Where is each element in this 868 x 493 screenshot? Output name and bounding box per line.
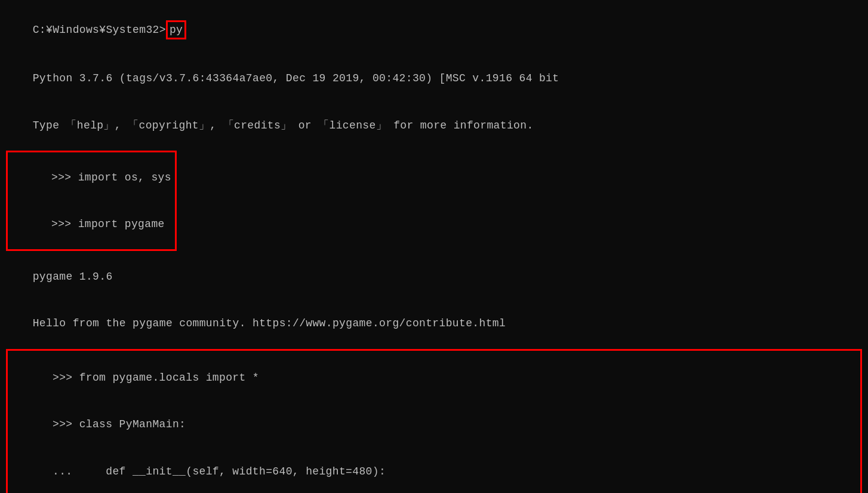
def-init-line: ... def __init__(self, width=640, height… (13, 448, 855, 493)
pygame-version-text: pygame 1.9.6 (33, 271, 113, 283)
prompt-path-line: C:¥Windows¥System32>py (6, 5, 862, 55)
from-pygame-text: >>> from pygame.locals import * (53, 372, 259, 384)
credits-word: credits (234, 120, 281, 131)
import-os-sys-line: >>> import os, sys (11, 154, 171, 201)
py-command: py (166, 20, 186, 39)
type-help-line: Type 「help」, 「copyright」, 「credits」 or 「… (6, 102, 862, 149)
hello-pygame-text: Hello from the pygame community. https:/… (33, 317, 506, 329)
def-init-text: ... def __init__(self, width=640, height… (53, 466, 386, 477)
class-text: >>> class PyManMain: (53, 418, 186, 430)
python-version-line: Python 3.7.6 (tags/v3.7.6:43364a7ae0, De… (6, 55, 862, 102)
from-pygame-line: >>> from pygame.locals import * (13, 354, 855, 401)
class-line: >>> class PyManMain: (13, 401, 855, 448)
code-section-box: >>> from pygame.locals import * >>> clas… (6, 349, 862, 493)
terminal-window: C:¥Windows¥System32>py Python 3.7.6 (tag… (0, 0, 868, 493)
hello-pygame-line: Hello from the pygame community. https:/… (6, 300, 862, 347)
pygame-version-line: pygame 1.9.6 (6, 253, 862, 299)
python-version-text: Python 3.7.6 (tags/v3.7.6:43364a7ae0, De… (33, 72, 559, 84)
import-pygame-line: >>> import pygame (11, 201, 171, 247)
import-os-sys-text: >>> import os, sys (51, 172, 171, 183)
type-help-text: Type 「help」, 「copyright」, 「credits」 or 「… (33, 120, 534, 131)
path-text: C:¥Windows¥System32> (33, 24, 166, 36)
import-box: >>> import os, sys >>> import pygame (6, 151, 177, 252)
import-pygame-text: >>> import pygame (51, 218, 165, 230)
